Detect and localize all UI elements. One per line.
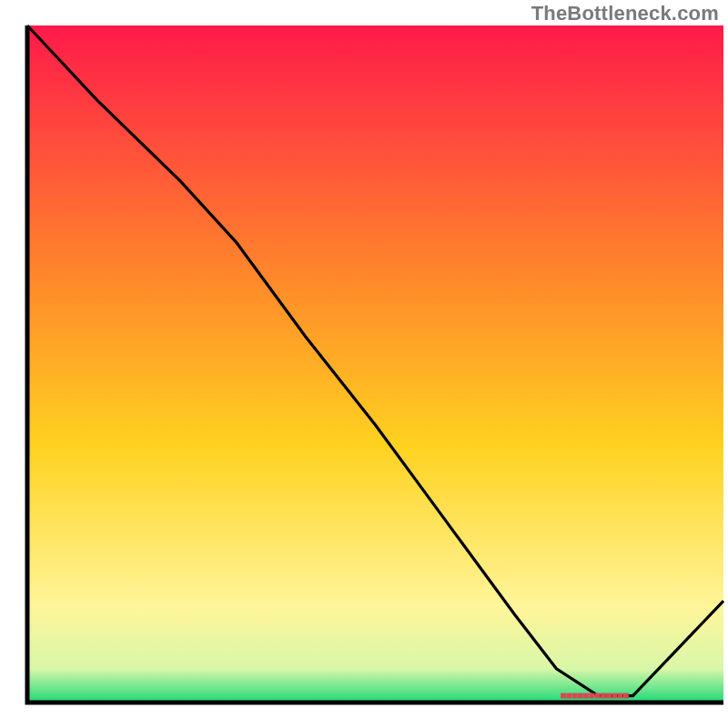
svg-rect-7: [601, 693, 606, 699]
svg-rect-9: [612, 693, 617, 699]
svg-rect-4: [583, 693, 589, 699]
svg-rect-8: [606, 693, 612, 699]
svg-rect-6: [595, 693, 601, 699]
svg-rect-10: [618, 693, 623, 699]
plot-background: [27, 25, 723, 703]
svg-rect-0: [561, 693, 566, 699]
bottleneck-chart: [0, 0, 728, 728]
chart-container: { "watermark": "TheBottleneck.com", "col…: [0, 0, 728, 728]
svg-rect-2: [572, 693, 578, 699]
svg-rect-3: [578, 693, 583, 699]
svg-rect-1: [566, 693, 571, 699]
svg-rect-5: [589, 693, 594, 699]
svg-rect-11: [623, 693, 629, 699]
watermark-text: TheBottleneck.com: [531, 2, 719, 25]
